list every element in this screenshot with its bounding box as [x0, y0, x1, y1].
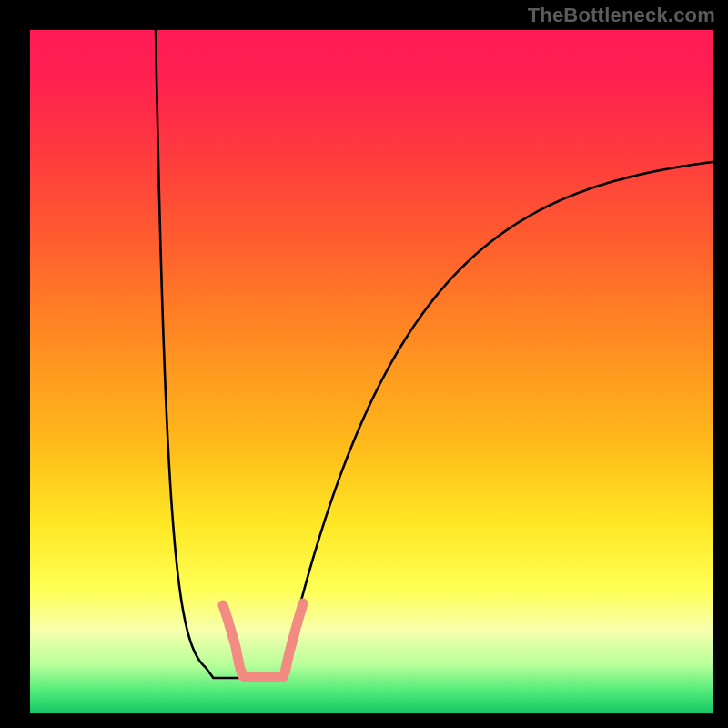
plot-svg	[30, 30, 713, 713]
marker-segment	[236, 647, 239, 665]
chart-frame: TheBottleneck.com	[0, 0, 728, 728]
watermark-text: TheBottleneck.com	[528, 4, 715, 27]
marker-segment	[223, 605, 228, 622]
plot-area	[30, 30, 713, 713]
marker-segment	[229, 625, 235, 643]
marker-segment	[290, 629, 296, 649]
gradient-background	[30, 30, 713, 713]
marker-segment	[297, 603, 303, 625]
marker-segment	[285, 652, 289, 672]
